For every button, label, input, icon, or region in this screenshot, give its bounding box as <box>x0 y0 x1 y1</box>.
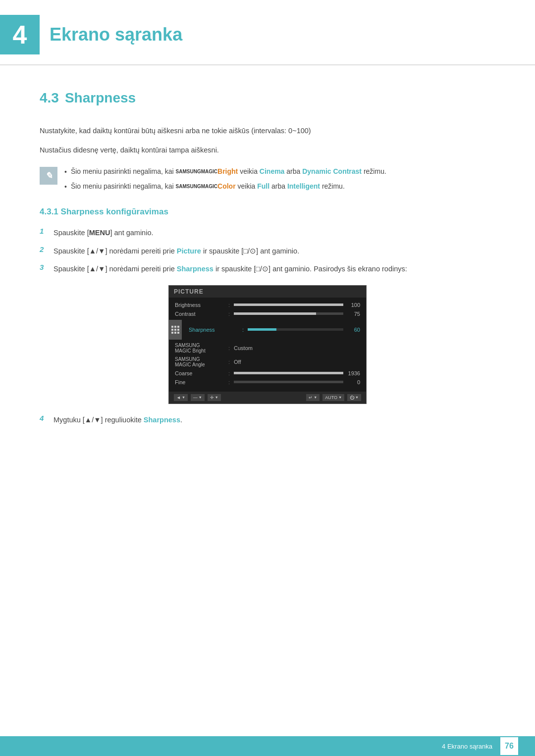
osd-nav-btn-minus: —▼ <box>191 394 205 401</box>
osd-bar-contrast-fill <box>234 312 316 315</box>
osd-nav-group: ◄▼ —▼ ✛▼ <box>174 394 221 401</box>
osd-row-magic-angle: SAMSUNGMAGIC Angle : Off <box>169 355 366 369</box>
step-4-number: 4 <box>40 414 50 422</box>
osd-nav-btn-plus: ✛▼ <box>208 394 221 401</box>
step-2-text: Spauskite [▲/▼] norėdami pereiti prie Pi… <box>54 245 299 257</box>
osd-row-brightness: Brightness : 100 <box>169 301 366 309</box>
subsection-heading: 4.3.1 Sharpness konfigūravimas <box>40 207 495 217</box>
step-3: 3 Spauskite [▲/▼] norėdami pereiti prie … <box>40 263 495 275</box>
step-2-number: 2 <box>40 245 50 253</box>
step-4-text: Mygtuku [▲/▼] reguliuokite Sharpness. <box>54 414 182 426</box>
osd-bar-sharpness-fill <box>248 328 276 331</box>
step-3-number: 3 <box>40 263 50 271</box>
step-3-text: Spauskite [▲/▼] norėdami pereiti prie Sh… <box>54 263 407 275</box>
osd-row-magic-bright: SAMSUNGMAGIC Bright : Custom <box>169 341 366 355</box>
footer-chapter-text: 4 Ekrano sąranka <box>442 743 492 750</box>
osd-bar-contrast-container: 75 <box>234 311 360 317</box>
note-lines: Šio meniu pasirinkti negalima, kai SAMSU… <box>64 166 386 192</box>
osd-icon-grid <box>171 326 179 334</box>
osd-nav-btn-enter: ↵▼ <box>306 394 320 401</box>
chapter-number-block: 4 <box>0 15 40 54</box>
osd-bottom-bar: ◄▼ —▼ ✛▼ ↵▼ AUTO▼ <box>169 392 366 403</box>
osd-label-brightness: Brightness <box>175 302 224 308</box>
chapter-number: 4 <box>13 20 27 50</box>
osd-bar-brightness-fill <box>234 303 343 306</box>
chapter-title: Ekrano sąranka <box>50 24 182 45</box>
osd-label-magic-bright: SAMSUNGMAGIC Bright <box>175 343 224 353</box>
chapter-header: 4 Ekrano sąranka <box>0 0 535 65</box>
osd-value-brightness: 100 <box>346 302 360 308</box>
osd-bar-coarse <box>234 372 343 374</box>
osd-nav-btn-power: ⏻▼ <box>347 394 361 401</box>
osd-row-sharpness: Sharpness : 60 <box>169 318 366 341</box>
osd-bar-sharpness <box>248 328 343 331</box>
osd-value-contrast: 75 <box>346 311 360 317</box>
osd-label-magic-angle: SAMSUNGMAGIC Angle <box>175 356 224 367</box>
osd-value-sharpness: 60 <box>346 327 360 333</box>
osd-value-coarse: 1936 <box>346 370 360 376</box>
osd-title-bar: PICTURE <box>169 286 366 298</box>
page-footer: 4 Ekrano sąranka 76 <box>0 736 535 756</box>
section-title: Sharpness <box>65 90 136 105</box>
osd-row-coarse: Coarse : 1936 <box>169 369 366 378</box>
note-line-2: Šio meniu pasirinkti negalima, kai SAMSU… <box>64 181 386 192</box>
osd-value-magic-angle: Off <box>234 359 241 365</box>
main-content: 4.3Sharpness Nustatykite, kad daiktų kon… <box>0 65 535 472</box>
osd-label-sharpness: Sharpness <box>189 327 238 333</box>
osd-bar-coarse-container: 1936 <box>234 370 360 376</box>
note-line-2-text: Šio meniu pasirinkti negalima, kai SAMSU… <box>71 181 345 192</box>
note-icon-symbol: ✎ <box>45 170 53 181</box>
subsection-number: 4.3.1 <box>40 207 58 216</box>
osd-menu: Brightness : 100 Contrast : <box>169 298 366 390</box>
osd-bar-fine-container: 0 <box>234 379 360 385</box>
osd-value-fine: 0 <box>346 379 360 385</box>
osd-bar-brightness <box>234 303 343 306</box>
osd-screen: PICTURE Brightness : 100 Contrast <box>168 285 367 404</box>
step-1: 1 Spauskite [MENU] ant gaminio. <box>40 227 495 239</box>
subsection-title: Sharpness konfigūravimas <box>61 207 168 216</box>
note-icon: ✎ <box>40 167 57 185</box>
osd-title: PICTURE <box>174 288 204 295</box>
osd-bar-fine <box>234 381 343 383</box>
step-1-number: 1 <box>40 227 50 235</box>
step-1-text: Spauskite [MENU] ant gaminio. <box>54 227 154 239</box>
osd-nav-btn-auto: AUTO▼ <box>322 394 344 401</box>
osd-nav-group-right: ↵▼ AUTO▼ ⏻▼ <box>306 394 361 401</box>
osd-label-coarse: Coarse <box>175 370 224 376</box>
step-2: 2 Spauskite [▲/▼] norėdami pereiti prie … <box>40 245 495 257</box>
note-box: ✎ Šio meniu pasirinkti negalima, kai SAM… <box>40 166 495 192</box>
footer-page-number: 76 <box>500 737 518 755</box>
note-line-1-text: Šio meniu pasirinkti negalima, kai SAMSU… <box>71 166 386 177</box>
osd-icon-left <box>169 320 182 340</box>
osd-value-magic-bright: Custom <box>234 345 253 351</box>
osd-label-fine: Fine <box>175 379 224 385</box>
intro-text-1: Nustatykite, kad daiktų kontūrai būtų ai… <box>40 125 495 137</box>
note-line-1: Šio meniu pasirinkti negalima, kai SAMSU… <box>64 166 386 177</box>
osd-bar-brightness-container: 100 <box>234 302 360 308</box>
intro-text-2: Nustačius didesnę vertę, daiktų kontūrai… <box>40 144 495 156</box>
osd-nav-btn-left: ◄▼ <box>174 394 188 401</box>
osd-row-contrast: Contrast : 75 <box>169 309 366 318</box>
osd-bar-contrast <box>234 312 343 315</box>
section-heading: 4.3Sharpness <box>40 90 495 110</box>
osd-container: PICTURE Brightness : 100 Contrast <box>40 285 495 404</box>
osd-bar-sharpness-container: 60 <box>248 327 360 333</box>
section-number: 4.3 <box>40 90 59 105</box>
osd-row-fine: Fine : 0 <box>169 378 366 387</box>
osd-label-contrast: Contrast <box>175 311 224 317</box>
step-4: 4 Mygtuku [▲/▼] reguliuokite Sharpness. <box>40 414 495 426</box>
osd-bar-coarse-fill <box>234 372 343 374</box>
